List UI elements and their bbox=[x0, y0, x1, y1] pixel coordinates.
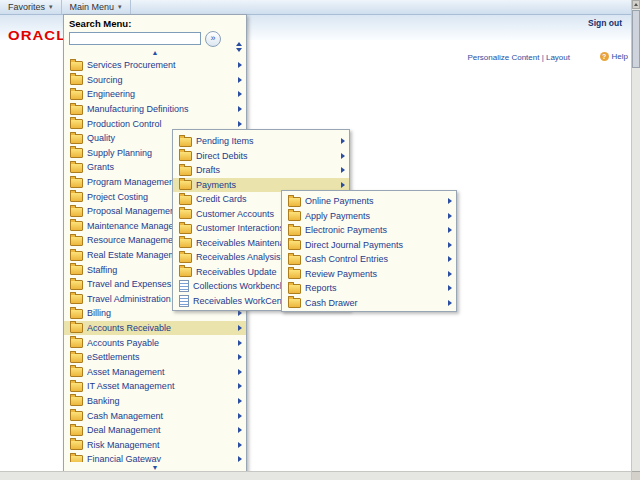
folder-icon bbox=[288, 284, 301, 294]
folder-icon bbox=[179, 238, 192, 248]
folder-icon bbox=[70, 280, 83, 290]
search-go-button[interactable]: » bbox=[205, 31, 221, 47]
search-menu-row: » bbox=[64, 30, 246, 47]
menu-item[interactable]: Engineering bbox=[64, 87, 246, 102]
menu-item[interactable]: Sourcing bbox=[64, 73, 246, 88]
help-label: Help bbox=[612, 52, 628, 61]
menu-item-label: Deal Management bbox=[87, 425, 234, 435]
folder-icon bbox=[179, 295, 189, 307]
menu-item[interactable]: Accounts Receivable bbox=[64, 321, 246, 336]
menu-item[interactable]: Online Payments bbox=[282, 194, 456, 209]
submenu-arrow-icon bbox=[448, 242, 452, 248]
submenu-arrow-icon bbox=[341, 182, 345, 188]
folder-icon bbox=[179, 224, 192, 234]
folder-icon bbox=[288, 211, 301, 221]
scrollbar-up-button[interactable] bbox=[632, 0, 640, 9]
chevron-down-icon: ▾ bbox=[118, 3, 122, 11]
menu-item[interactable]: Accounts Payable bbox=[64, 335, 246, 350]
menu-item[interactable]: Reports bbox=[282, 281, 456, 296]
menu-item[interactable]: Services Procurement bbox=[64, 58, 246, 73]
submenu-arrow-icon bbox=[238, 413, 242, 419]
folder-icon bbox=[70, 396, 83, 406]
menu-item[interactable]: Cash Management bbox=[64, 408, 246, 423]
folder-icon bbox=[70, 105, 83, 115]
folder-icon bbox=[70, 178, 83, 188]
menubar: Favorites ▾ Main Menu ▾ bbox=[0, 0, 640, 15]
menu-item[interactable]: Risk Management bbox=[64, 437, 246, 452]
folder-icon bbox=[70, 367, 83, 377]
menu-item[interactable]: Direct Journal Payments bbox=[282, 238, 456, 253]
submenu-arrow-icon bbox=[238, 77, 242, 83]
vertical-scrollbar[interactable] bbox=[631, 0, 640, 480]
submenu-arrow-icon bbox=[448, 198, 452, 204]
menu-item-label: Review Payments bbox=[305, 269, 444, 279]
menu-item[interactable]: Deal Management bbox=[64, 423, 246, 438]
favorites-menu-button[interactable]: Favorites ▾ bbox=[0, 0, 62, 14]
submenu-arrow-icon bbox=[238, 62, 242, 68]
main-menu-label: Main Menu bbox=[70, 2, 115, 12]
submenu-arrow-icon bbox=[238, 310, 242, 316]
menu-item-label: Banking bbox=[87, 396, 234, 406]
menu-item[interactable]: Asset Management bbox=[64, 364, 246, 379]
submenu-arrow-icon bbox=[238, 442, 242, 448]
menu-item[interactable]: Pending Items bbox=[173, 134, 349, 149]
folder-icon bbox=[70, 236, 83, 246]
menu-item[interactable]: Manufacturing Definitions bbox=[64, 102, 246, 117]
sign-out-link[interactable]: Sign out bbox=[580, 18, 624, 28]
menu-item[interactable]: Cash Drawer bbox=[282, 296, 456, 311]
folder-icon bbox=[179, 180, 192, 190]
folder-icon bbox=[288, 255, 301, 265]
menu-item-label: Online Payments bbox=[305, 196, 444, 206]
mini-scroll-up-icon bbox=[236, 42, 242, 46]
submenu-arrow-icon bbox=[448, 300, 452, 306]
folder-icon bbox=[70, 163, 83, 173]
submenu-arrow-icon bbox=[238, 427, 242, 433]
folder-icon bbox=[70, 207, 83, 217]
submenu-arrow-icon bbox=[238, 340, 242, 346]
menu-item-label: Engineering bbox=[87, 89, 234, 99]
submenu-arrow-icon bbox=[238, 369, 242, 375]
menu-item[interactable]: Apply Payments bbox=[282, 209, 456, 224]
menu-item[interactable]: Drafts bbox=[173, 163, 349, 178]
folder-icon bbox=[288, 197, 301, 207]
menu-item-label: IT Asset Management bbox=[87, 381, 234, 391]
submenu-arrow-icon bbox=[238, 106, 242, 112]
menu-scroll-up[interactable]: ▲ bbox=[64, 47, 246, 58]
menu-item-label: Manufacturing Definitions bbox=[87, 104, 234, 114]
folder-icon bbox=[70, 382, 83, 392]
folder-icon bbox=[70, 134, 83, 144]
menu-item-label: Cash Management bbox=[87, 411, 234, 421]
folder-icon bbox=[70, 148, 83, 158]
vertical-scrollbar-thumb[interactable] bbox=[632, 10, 640, 68]
menu-item[interactable]: Cash Control Entries bbox=[282, 252, 456, 267]
folder-icon bbox=[179, 209, 192, 219]
menu-item-label: Apply Payments bbox=[305, 211, 444, 221]
personalize-content-link[interactable]: Personalize Content | Layout bbox=[467, 53, 570, 62]
folder-icon bbox=[70, 221, 83, 231]
main-menu-button[interactable]: Main Menu ▾ bbox=[62, 0, 131, 14]
folder-icon bbox=[70, 61, 83, 71]
horizontal-scrollbar[interactable] bbox=[0, 471, 632, 480]
menu-item-label: Production Control bbox=[87, 119, 234, 129]
scrollbar-corner bbox=[632, 472, 640, 480]
menu-item[interactable]: IT Asset Management bbox=[64, 379, 246, 394]
menu-item[interactable]: Review Payments bbox=[282, 267, 456, 282]
folder-icon bbox=[70, 440, 83, 450]
menu-item[interactable]: eSettlements bbox=[64, 350, 246, 365]
help-link[interactable]: ? Help bbox=[600, 52, 628, 61]
menu-item[interactable]: Electronic Payments bbox=[282, 223, 456, 238]
menu-mini-scroll[interactable] bbox=[234, 42, 243, 52]
menu-level3-list: Online Payments Apply Payments Electroni… bbox=[282, 194, 456, 310]
menu-item[interactable]: Banking bbox=[64, 394, 246, 409]
submenu-arrow-icon bbox=[341, 138, 345, 144]
folder-icon bbox=[70, 294, 83, 304]
search-input[interactable] bbox=[69, 32, 201, 45]
menu-item[interactable]: Direct Debits bbox=[173, 149, 349, 164]
folder-icon bbox=[288, 240, 301, 250]
submenu-arrow-icon bbox=[238, 383, 242, 389]
menu-item-label: eSettlements bbox=[87, 352, 234, 362]
submenu-arrow-icon bbox=[448, 213, 452, 219]
submenu-arrow-icon bbox=[238, 398, 242, 404]
menu-item-label: Accounts Payable bbox=[87, 338, 234, 348]
folder-icon bbox=[179, 166, 192, 176]
